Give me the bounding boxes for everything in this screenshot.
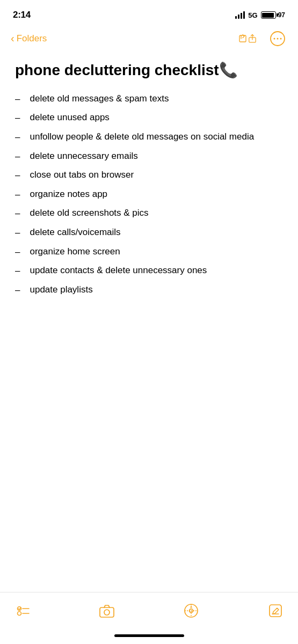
checklist-item-text: update contacts & delete unnecessary one… bbox=[30, 264, 283, 277]
network-label: 5G bbox=[248, 11, 257, 19]
checklist-item: – organize notes app bbox=[15, 188, 283, 202]
checklist-dash: – bbox=[15, 226, 20, 240]
checklist-item: – delete old screenshots & pics bbox=[15, 207, 283, 221]
checklist-dash: – bbox=[15, 93, 20, 106]
svg-marker-16 bbox=[190, 605, 192, 608]
checklist-item: – update contacts & delete unnecessary o… bbox=[15, 264, 283, 278]
checklist-dash: – bbox=[15, 169, 20, 182]
svg-point-4 bbox=[277, 38, 279, 40]
checklist-item-text: organize home screen bbox=[30, 245, 283, 259]
battery-level: 97 bbox=[278, 11, 285, 19]
checklist-item-text: update playlists bbox=[30, 283, 283, 297]
nav-bar: ‹ Folders bbox=[0, 27, 298, 53]
back-chevron-icon: ‹ bbox=[11, 32, 14, 45]
checklist-dash: – bbox=[15, 265, 20, 278]
checklist-item-text: organize notes app bbox=[30, 188, 283, 201]
checklist-dash: – bbox=[15, 131, 20, 144]
checklist-item: – update playlists bbox=[15, 283, 283, 297]
share-button[interactable] bbox=[238, 29, 257, 48]
checklist-item: – organize home screen bbox=[15, 245, 283, 259]
status-time: 2:14 bbox=[13, 10, 31, 20]
more-icon bbox=[270, 31, 286, 47]
checklist-item: – unfollow people & delete old messages … bbox=[15, 130, 283, 144]
location-icon bbox=[184, 603, 199, 618]
battery-icon: 97 bbox=[261, 11, 285, 19]
checklist-dash: – bbox=[15, 284, 20, 297]
checklist-item-text: delete old screenshots & pics bbox=[30, 207, 283, 220]
checklist-item: – delete unnecessary emails bbox=[15, 150, 283, 164]
checklist-item: – delete calls/voicemails bbox=[15, 226, 283, 240]
back-button[interactable]: ‹ Folders bbox=[11, 33, 47, 45]
nav-actions bbox=[238, 29, 287, 48]
status-icons: 5G 97 bbox=[235, 11, 285, 19]
checklist: – delete old messages & spam texts – del… bbox=[15, 92, 283, 297]
svg-point-3 bbox=[274, 38, 275, 40]
share-icon bbox=[238, 32, 248, 46]
checklist-item-text: delete unnecessary emails bbox=[30, 150, 283, 163]
checklist-dash: – bbox=[15, 188, 20, 202]
note-title: phone decluttering checklist📞 bbox=[15, 61, 283, 79]
svg-rect-10 bbox=[100, 608, 114, 617]
signal-icon bbox=[235, 11, 245, 19]
checklist-item: – close out tabs on browser bbox=[15, 169, 283, 182]
checklist-button[interactable] bbox=[11, 599, 34, 623]
checklist-item: – delete unused apps bbox=[15, 111, 283, 125]
edit-icon bbox=[268, 603, 283, 618]
svg-point-7 bbox=[18, 612, 21, 616]
home-bar bbox=[114, 634, 184, 637]
svg-rect-17 bbox=[270, 605, 281, 617]
bottom-toolbar bbox=[0, 592, 298, 627]
camera-button[interactable] bbox=[95, 599, 119, 623]
more-button[interactable] bbox=[268, 29, 287, 48]
back-label: Folders bbox=[17, 33, 47, 44]
checklist-dash: – bbox=[15, 150, 20, 164]
camera-icon bbox=[99, 604, 115, 618]
checklist-item: – delete old messages & spam texts bbox=[15, 92, 283, 106]
share-icon-svg bbox=[248, 32, 257, 46]
status-bar: 2:14 5G 97 bbox=[0, 0, 298, 27]
checklist-dash: – bbox=[15, 207, 20, 221]
checklist-item-text: delete old messages & spam texts bbox=[30, 92, 283, 106]
checklist-dash: – bbox=[15, 112, 20, 125]
checklist-dash: – bbox=[15, 246, 20, 259]
location-button[interactable] bbox=[179, 599, 203, 623]
checklist-item-text: close out tabs on browser bbox=[30, 169, 283, 182]
edit-button[interactable] bbox=[264, 599, 287, 623]
home-indicator bbox=[0, 627, 298, 644]
checklist-item-text: delete calls/voicemails bbox=[30, 226, 283, 239]
checklist-item-text: unfollow people & delete old messages on… bbox=[30, 130, 283, 144]
svg-point-11 bbox=[104, 610, 110, 615]
checklist-icon bbox=[15, 603, 30, 618]
note-content: phone decluttering checklist📞 – delete o… bbox=[0, 53, 298, 592]
svg-point-5 bbox=[280, 38, 282, 40]
checklist-item-text: delete unused apps bbox=[30, 111, 283, 125]
